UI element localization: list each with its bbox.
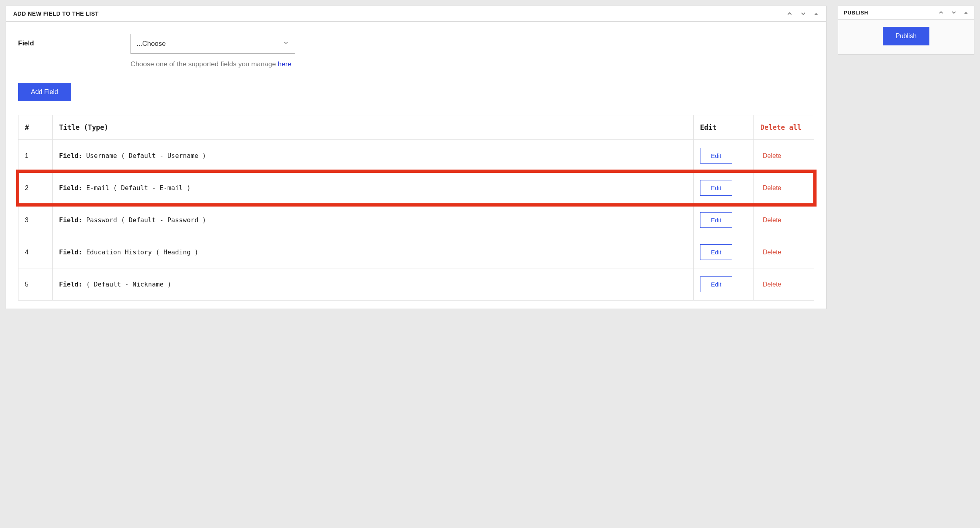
panel-body: Field ...Choose Choose one of the suppor… (6, 22, 826, 309)
row-delete-cell: Delete (754, 236, 814, 268)
chevron-down-icon (283, 40, 289, 48)
delete-button[interactable]: Delete (760, 184, 784, 192)
delete-button[interactable]: Delete (760, 248, 784, 256)
publish-panel: PUBLISH Publish (838, 6, 974, 55)
row-edit-cell: Edit (694, 172, 754, 204)
col-num-header: # (18, 115, 53, 140)
helper-text: Choose one of the supported fields you m… (131, 60, 295, 68)
row-number: 1 (18, 140, 53, 172)
panel-controls (786, 10, 819, 17)
edit-button[interactable]: Edit (700, 276, 732, 292)
row-number: 2 (18, 172, 53, 204)
publish-panel-body: Publish (838, 19, 974, 54)
manage-fields-link[interactable]: here (278, 60, 292, 68)
add-field-button[interactable]: Add Field (18, 83, 71, 101)
delete-button[interactable]: Delete (760, 280, 784, 289)
edit-button[interactable]: Edit (700, 212, 732, 228)
row-delete-cell: Delete (754, 172, 814, 204)
publish-panel-controls (938, 9, 968, 16)
col-edit-header: Edit (694, 115, 754, 140)
table-row: 3Field: Password ( Default - Password )E… (18, 204, 814, 236)
row-edit-cell: Edit (694, 204, 754, 236)
table-row: 5Field: ( Default - Nickname )EditDelete (18, 268, 814, 301)
svg-marker-0 (814, 13, 818, 15)
edit-button[interactable]: Edit (700, 180, 732, 196)
collapse-icon[interactable] (964, 10, 968, 15)
row-delete-cell: Delete (754, 268, 814, 301)
field-select[interactable]: ...Choose (131, 34, 295, 54)
add-field-panel: ADD NEW FIELD TO THE LIST Field ...Choos… (6, 6, 827, 309)
edit-button[interactable]: Edit (700, 244, 732, 260)
row-prefix: Field: (59, 248, 82, 256)
chevron-up-icon[interactable] (938, 9, 944, 16)
chevron-down-icon[interactable] (800, 10, 807, 17)
field-control: ...Choose Choose one of the supported fi… (131, 34, 295, 68)
panel-header: ADD NEW FIELD TO THE LIST (6, 6, 826, 22)
row-title: Field: ( Default - Nickname ) (53, 268, 694, 301)
row-edit-cell: Edit (694, 268, 754, 301)
row-number: 5 (18, 268, 53, 301)
row-delete-cell: Delete (754, 140, 814, 172)
edit-button[interactable]: Edit (700, 148, 732, 164)
chevron-down-icon[interactable] (951, 9, 957, 16)
field-select-value: ...Choose (137, 40, 166, 48)
row-title: Field: Username ( Default - Username ) (53, 140, 694, 172)
row-title: Field: E-mail ( Default - E-mail ) (53, 172, 694, 204)
row-edit-cell: Edit (694, 140, 754, 172)
table-row: 4Field: Education History ( Heading )Edi… (18, 236, 814, 268)
publish-panel-title: PUBLISH (844, 10, 868, 16)
row-prefix: Field: (59, 152, 82, 160)
row-prefix: Field: (59, 280, 82, 288)
publish-button[interactable]: Publish (883, 27, 929, 45)
publish-panel-header: PUBLISH (838, 6, 974, 19)
delete-button[interactable]: Delete (760, 216, 784, 224)
sidebar: PUBLISH Publish (838, 6, 974, 55)
table-row: 2Field: E-mail ( Default - E-mail )EditD… (18, 172, 814, 204)
row-number: 4 (18, 236, 53, 268)
chevron-up-icon[interactable] (786, 10, 793, 17)
field-label: Field (18, 34, 114, 47)
row-title: Field: Password ( Default - Password ) (53, 204, 694, 236)
fields-table: # Title (Type) Edit Delete all 1Field: U… (18, 115, 814, 301)
delete-all-button[interactable]: Delete all (754, 115, 814, 140)
table-header-row: # Title (Type) Edit Delete all (18, 115, 814, 140)
col-title-header: Title (Type) (53, 115, 694, 140)
row-edit-cell: Edit (694, 236, 754, 268)
row-prefix: Field: (59, 184, 82, 192)
field-row: Field ...Choose Choose one of the suppor… (18, 34, 814, 68)
table-row: 1Field: Username ( Default - Username )E… (18, 140, 814, 172)
svg-marker-1 (964, 12, 968, 14)
row-prefix: Field: (59, 216, 82, 224)
panel-title: ADD NEW FIELD TO THE LIST (13, 10, 99, 17)
row-delete-cell: Delete (754, 204, 814, 236)
row-number: 3 (18, 204, 53, 236)
row-title: Field: Education History ( Heading ) (53, 236, 694, 268)
delete-button[interactable]: Delete (760, 152, 784, 160)
collapse-icon[interactable] (813, 11, 819, 16)
